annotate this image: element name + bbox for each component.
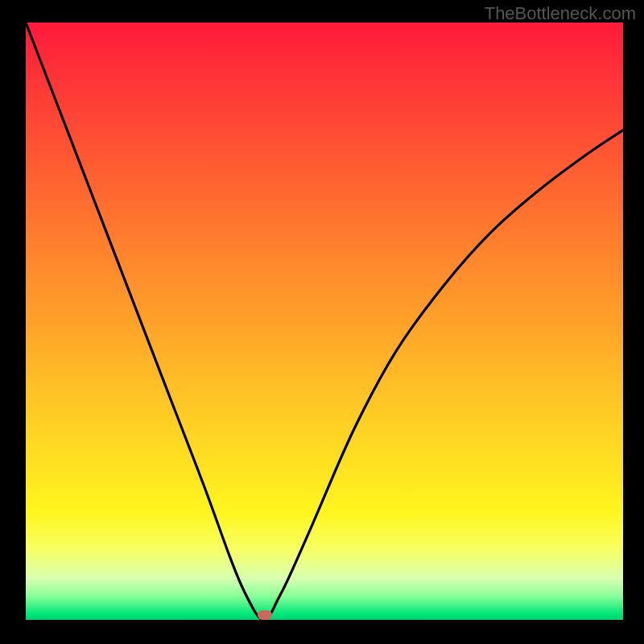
- curve-svg: [26, 23, 623, 620]
- minimum-marker: [258, 610, 272, 620]
- chart-frame: TheBottleneck.com: [0, 0, 644, 644]
- watermark-text: TheBottleneck.com: [485, 3, 636, 24]
- bottleneck-curve: [26, 23, 623, 620]
- plot-area: [26, 23, 623, 620]
